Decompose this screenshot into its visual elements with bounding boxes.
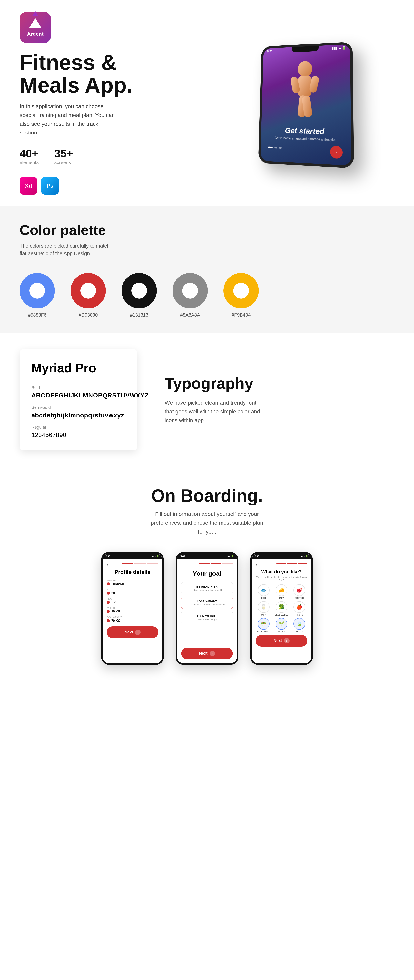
back-arrow[interactable]: ‹ [107,563,108,567]
prefs-status-bar: 9:41 ●●● 🔋 [252,554,311,559]
prefs-back-arrow[interactable]: ‹ [256,563,257,567]
dot-3 [279,147,282,149]
profile-screen: 9:41 ●●● 🔋 ‹ Profile details [103,554,162,663]
goal-gain-weight[interactable]: GAIN WEIGHT Build muscle strength [181,611,233,624]
height-value: 5.7 [111,601,116,604]
hero-title: Fitness &Meals App. [20,51,199,96]
goal-lose-weight[interactable]: LOSE WEIGHT Get leaner and increase your… [181,597,233,609]
fruits-icon-circle: 🍎 [293,601,305,613]
hero-right: 9:41 ▮▮▮ ☁ 🔋 [215,43,394,164]
food-organic[interactable]: 🍃 ORGANIC [291,618,307,633]
organic-icon-circle: 🍃 [293,618,305,630]
typography-card: Myriad Pro Bold ABCDEFGHIJKLMNOPQRSTUVWX… [20,349,137,450]
field-weight: WEIGHT 80 KG [107,607,158,613]
field-height-label: HEIGHT [107,598,158,600]
field-gender-value: FEMALE [107,582,158,585]
regular-label: Regular [31,425,126,430]
color-circle-black [121,273,157,308]
color-circles: #5888F6 #D03030 #131313 #8A8A8A #F9B404 [20,273,394,318]
color-hex-black: #131313 [130,312,148,318]
preferences-screen: 9:41 ●●● 🔋 ‹ What do you like? Th [252,554,311,663]
stat-screens-number: 35+ [54,147,73,160]
goal-weight-value: 70 KG [111,619,120,622]
color-circle-yellow [223,273,259,308]
height-icon [107,601,110,604]
prefs-description: This is used in getting & personalised r… [256,576,307,581]
profile-phone: 9:41 ●●● 🔋 ‹ Profile details [101,552,164,665]
goal-notch [200,555,214,558]
food-vegetarian[interactable]: 🥗 VEGETARIAN [256,618,271,633]
field-goal-weight-value: 70 KG [107,619,158,622]
protein-label: PROTEIN [295,597,304,599]
prog-bar-2 [134,563,146,564]
hero-description: In this application, you can choose spec… [20,102,118,137]
vegetarian-label: VEGETARIAN [257,631,270,633]
field-goal-weight: GOAL WEIGHT 70 KG [107,616,158,622]
onboarding-header: On Boarding. Fill out information about … [20,486,394,536]
food-vegan[interactable]: 🌱 VEGAN [274,618,289,633]
color-hex-red: #D03030 [79,312,98,318]
goal-next-arrow: › [210,651,215,656]
profile-signal: ●●● 🔋 [152,555,159,557]
food-protein[interactable]: 🥩 PROTEIN [291,584,307,599]
bold-label: Bold [31,385,126,390]
goal-be-healthier[interactable]: BE HEALTHIER Eat and train for optimum h… [181,582,233,594]
prefs-prog-bar-2 [287,563,297,564]
phone-next-btn[interactable]: › [330,146,342,159]
color-circle-inner-black [131,283,147,299]
goal-content: ‹ Your goal BE HEALTHIER Eat and train f… [177,559,237,663]
xd-badge: Xd [20,177,37,195]
prefs-title: What do you like? [256,569,307,574]
dairy2-label: DAIRY [261,614,267,616]
food-dairy2[interactable]: 🥛 DAIRY [256,601,271,616]
food-dairy[interactable]: 🧀 DAIRY [274,584,289,599]
profile-content: ‹ Profile details GENDER FEMAL [103,559,162,663]
phone-signal: ▮▮▮ ☁ 🔋 [331,46,346,50]
phone-pagination [268,146,282,149]
stat-elements-number: 40+ [20,147,38,160]
color-circle-inner-gray [182,283,198,299]
get-started-text: Get started Get in better shape and embr… [275,126,336,142]
onboarding-description: Fill out information about yourself and … [148,510,266,536]
weight-icon [107,610,110,613]
profile-nav: ‹ [107,563,158,567]
profile-notch [126,555,139,558]
color-circle-red [70,273,106,308]
prog-bar-3 [146,563,158,564]
color-circle-blue [20,273,55,308]
palette-title: Color palette [20,222,394,238]
goal-lose-weight-desc: Get leaner and increase your stamina [185,603,229,606]
phone-time: 9:41 [267,49,273,53]
hero-phone: 9:41 ▮▮▮ ☁ 🔋 [258,42,354,169]
prefs-prog-bar-1 [276,563,286,564]
profile-next-button[interactable]: Next › [107,627,158,638]
hero-stats: 40+ elements 35+ screens [20,147,199,165]
food-vegetables[interactable]: 🥦 VEGETABLES [274,601,289,616]
prefs-prog-bar-3 [298,563,307,564]
fruits-label: FRUITS [296,614,303,616]
food-fish[interactable]: 🐟 FISH [256,584,271,599]
prefs-next-button[interactable]: Next › [256,635,307,647]
food-fruits[interactable]: 🍎 FRUITS [291,601,307,616]
profile-next-label: Next [124,630,133,635]
hero-left: Ardent Fitness &Meals App. In this appli… [20,12,215,195]
food-grid: 🐟 FISH 🧀 DAIRY 🥩 PROTEIN 🥛 [256,584,307,633]
profile-status-bar: 9:41 ●●● 🔋 [103,554,162,559]
onboarding-title: On Boarding. [20,486,394,506]
goal-next-button[interactable]: Next › [181,648,233,659]
color-hex-yellow: #F9B404 [231,312,250,318]
field-age-label: AGE [107,589,158,591]
field-age-value: 28 [107,591,158,595]
dairy2-icon-circle: 🥛 [258,601,269,613]
stat-elements-label: elements [20,160,38,165]
field-goal-weight-label: GOAL WEIGHT [107,616,158,618]
vegetables-label: VEGETABLES [275,614,288,616]
dot-2 [274,146,277,148]
preferences-content: ‹ What do you like? This is used in gett… [252,559,311,663]
goal-signal: ●●● 🔋 [226,555,234,557]
goal-back-arrow[interactable]: ‹ [181,563,182,567]
goal-prog-bar-1 [199,563,210,564]
semibold-label: Semi-bold [31,405,126,410]
onboarding-section: On Boarding. Fill out information about … [0,466,414,680]
tool-badges: Xd Ps [20,177,199,195]
